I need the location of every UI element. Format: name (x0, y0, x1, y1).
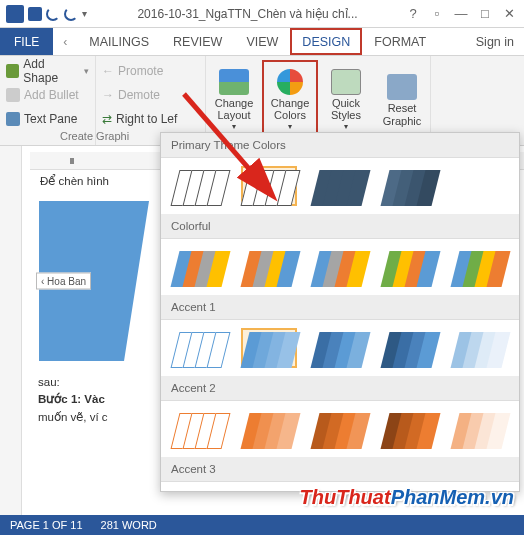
window-title: 2016-10-31_NgaTTN_Chèn và hiệu chỉ... (93, 7, 402, 21)
color-swatch[interactable] (241, 166, 297, 206)
gallery-row (161, 158, 519, 214)
color-swatch[interactable] (241, 247, 297, 287)
shape-text-handle[interactable]: ‹ Hoa Ban (36, 273, 91, 290)
tab-format[interactable]: FORMAT (362, 28, 438, 55)
color-swatch[interactable] (381, 247, 437, 287)
status-bar: PAGE 1 OF 11 281 WORD (0, 515, 524, 535)
color-swatch[interactable] (451, 409, 507, 449)
demote-button: →Demote (102, 84, 199, 106)
status-words[interactable]: 281 WORD (101, 519, 157, 531)
color-swatch[interactable] (451, 247, 507, 287)
watermark: ThuThuatPhanMem.vn (300, 486, 514, 509)
color-swatch[interactable] (311, 166, 367, 206)
change-layout-button[interactable]: Change Layout▾ (206, 60, 262, 141)
close-icon[interactable]: ✕ (498, 6, 520, 21)
reset-icon (387, 74, 417, 100)
reset-graphic-button[interactable]: Reset Graphic (374, 60, 430, 141)
gallery-row (161, 401, 519, 457)
ribbon-tabs: FILE ‹ MAILINGS REVIEW VIEW DESIGN FORMA… (0, 28, 524, 56)
color-swatch[interactable] (311, 328, 367, 368)
status-page[interactable]: PAGE 1 OF 11 (10, 519, 83, 531)
redo-icon[interactable] (64, 7, 78, 21)
ribbon-group-label: Create Graphi (60, 130, 129, 142)
color-swatch[interactable] (381, 328, 437, 368)
color-swatch[interactable] (171, 247, 227, 287)
gallery-row (161, 320, 519, 376)
rtl-button[interactable]: ⇄Right to Lef (102, 108, 199, 130)
tab-mailings[interactable]: MAILINGS (77, 28, 161, 55)
gallery-section-header: Accent 2 (161, 376, 519, 401)
change-colors-gallery[interactable]: Primary Theme ColorsColorfulAccent 1Acce… (160, 132, 520, 492)
color-swatch[interactable] (451, 328, 507, 368)
color-swatch[interactable] (171, 409, 227, 449)
color-swatch[interactable] (241, 409, 297, 449)
layouts-icon (219, 69, 249, 95)
color-swatch[interactable] (381, 166, 437, 206)
quick-access-toolbar: ▾ (0, 5, 93, 23)
title-bar: ▾ 2016-10-31_NgaTTN_Chèn và hiệu chỉ... … (0, 0, 524, 28)
minimize-icon[interactable]: — (450, 6, 472, 21)
maximize-icon[interactable]: □ (474, 6, 496, 21)
change-colors-button[interactable]: Change Colors▾ (262, 60, 318, 141)
vertical-ruler[interactable] (0, 146, 22, 515)
quick-styles-button[interactable]: Quick Styles▾ (318, 60, 374, 141)
color-swatch[interactable] (381, 409, 437, 449)
tab-scroll-left-icon[interactable]: ‹ (53, 28, 77, 55)
color-swatch[interactable] (171, 328, 227, 368)
gallery-section-header: Accent 1 (161, 295, 519, 320)
gallery-section-header: Primary Theme Colors (161, 133, 519, 158)
app-icon (6, 5, 24, 23)
gallery-section-header: Accent 3 (161, 457, 519, 482)
colors-icon (277, 69, 303, 95)
add-bullet-button: Add Bullet (6, 84, 89, 106)
gallery-section-header: Colorful (161, 214, 519, 239)
undo-icon[interactable] (46, 7, 60, 21)
qat-more-icon[interactable]: ▾ (82, 8, 87, 19)
smartart-shape[interactable]: ‹ Hoa Ban (34, 196, 154, 366)
quick-styles-icon (331, 69, 361, 95)
tab-review[interactable]: REVIEW (161, 28, 234, 55)
color-swatch[interactable] (241, 328, 297, 368)
tab-design[interactable]: DESIGN (290, 28, 362, 55)
tab-view[interactable]: VIEW (234, 28, 290, 55)
promote-button: ←Promote (102, 60, 199, 82)
color-swatch[interactable] (311, 247, 367, 287)
tab-file[interactable]: FILE (0, 28, 53, 55)
ribbon-collapse-icon[interactable]: ▫ (426, 6, 448, 21)
gallery-row (161, 239, 519, 295)
window-controls: ? ▫ — □ ✕ (402, 6, 524, 21)
color-swatch[interactable] (311, 409, 367, 449)
add-shape-button[interactable]: Add Shape▾ (6, 60, 89, 82)
text-pane-button[interactable]: Text Pane (6, 108, 89, 130)
sign-in-link[interactable]: Sign in (466, 28, 524, 55)
save-icon[interactable] (28, 7, 42, 21)
color-swatch[interactable] (171, 166, 227, 206)
help-icon[interactable]: ? (402, 6, 424, 21)
